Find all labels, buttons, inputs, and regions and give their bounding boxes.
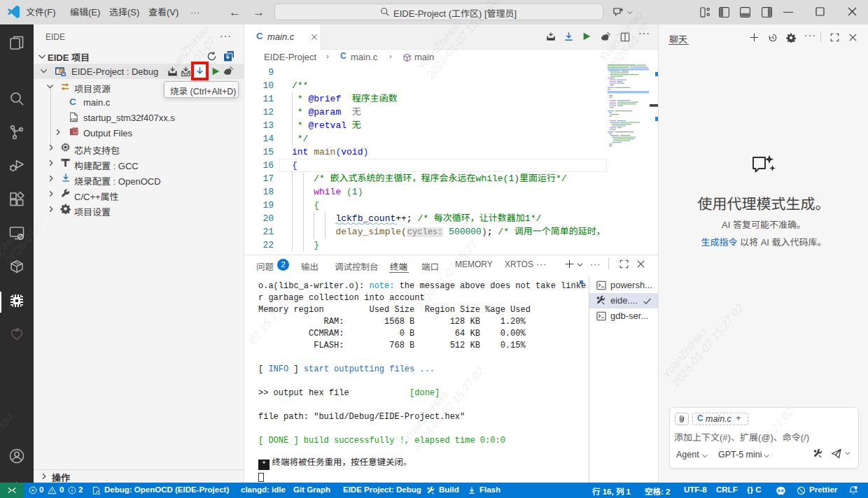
svg-text:ASM: ASM	[70, 118, 78, 122]
